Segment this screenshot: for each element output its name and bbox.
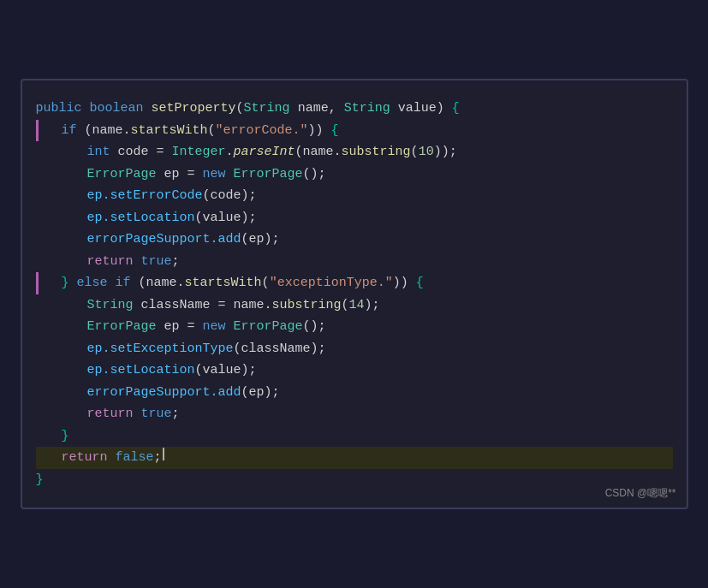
- code-line-4: ErrorPage ep = new ErrorPage ();: [36, 163, 673, 186]
- code-line-16: }: [36, 425, 673, 448]
- keyword-else: else: [77, 272, 108, 294]
- code-line-3: int code = Integer . parseInt (name. sub…: [36, 141, 673, 163]
- code-line-1: public boolean setProperty ( String name…: [36, 98, 673, 120]
- code-line-18: }: [36, 469, 673, 491]
- type-ErrorPage4: ErrorPage: [234, 316, 303, 338]
- text-cursor: [163, 448, 164, 460]
- type-ErrorPage3: ErrorPage: [87, 316, 157, 338]
- keyword-new1: new: [203, 163, 226, 186]
- type-ErrorPage2: ErrorPage: [234, 163, 303, 186]
- keyword-new2: new: [203, 316, 226, 338]
- open-brace-2: {: [331, 120, 339, 142]
- errorPageSupport-add2: errorPageSupport.add: [87, 382, 241, 404]
- method-startsWith: startsWith: [131, 120, 208, 142]
- code-line-10: String className = name. substring ( 14 …: [36, 294, 673, 317]
- type-String: String: [244, 98, 290, 120]
- keyword-true2: true: [141, 403, 172, 425]
- keyword-boolean: boolean: [90, 98, 144, 120]
- keyword-if: if: [62, 120, 77, 142]
- type-ErrorPage1: ErrorPage: [87, 163, 157, 186]
- code-line-12: ep.setExceptionType (className);: [36, 338, 673, 360]
- screenshot-container: public boolean setProperty ( String name…: [0, 0, 708, 588]
- code-line-13: ep.setLocation (value);: [36, 359, 673, 382]
- ep-setErrorCode: ep.setErrorCode: [87, 185, 203, 207]
- method-setProperty: setProperty: [152, 98, 236, 120]
- open-brace-3: {: [416, 272, 424, 294]
- method-parseInt: parseInt: [234, 141, 295, 163]
- keyword-public: public: [36, 98, 82, 120]
- open-brace-1: {: [452, 98, 460, 120]
- left-bar-marker: [36, 120, 39, 142]
- keyword-return3: return: [62, 447, 108, 469]
- code-line-15: return true ;: [36, 403, 673, 425]
- code-line-11: ErrorPage ep = new ErrorPage ();: [36, 316, 673, 338]
- keyword-true1: true: [141, 251, 172, 273]
- code-line-5: ep.setErrorCode (code);: [36, 185, 673, 207]
- errorPageSupport-add1: errorPageSupport.add: [87, 229, 241, 251]
- code-line-9: } else if (name. startsWith ( "exception…: [36, 272, 673, 294]
- ep-setExceptionType: ep.setExceptionType: [87, 338, 234, 360]
- number-14: 14: [349, 294, 365, 317]
- keyword-false: false: [116, 447, 154, 469]
- keyword-return2: return: [87, 403, 134, 425]
- code-line-6: ep.setLocation (value);: [36, 207, 673, 229]
- code-line-8: return true ;: [36, 251, 673, 273]
- code-block: public boolean setProperty ( String name…: [36, 98, 673, 490]
- code-line-7: errorPageSupport.add (ep);: [36, 229, 673, 251]
- keyword-if2: if: [116, 272, 131, 294]
- method-startsWith2: startsWith: [185, 272, 262, 294]
- number-10: 10: [419, 141, 434, 163]
- watermark: CSDN @嗯嗯**: [605, 486, 676, 501]
- left-bar-marker2: [36, 272, 39, 294]
- string-exceptionType: "exceptionType.": [270, 272, 393, 294]
- code-line-14: errorPageSupport.add (ep);: [36, 382, 673, 404]
- ep-setLocation1: ep.setLocation: [87, 207, 195, 229]
- code-line-2: if (name. startsWith ( "errorCode." )) {: [36, 120, 673, 142]
- type-Integer: Integer: [172, 141, 226, 163]
- code-window: public boolean setProperty ( String name…: [21, 79, 688, 509]
- type-String3: String: [87, 294, 134, 317]
- close-brace-2: }: [62, 425, 69, 448]
- method-substring2: substring: [272, 294, 342, 317]
- close-brace-1: }: [62, 272, 69, 294]
- keyword-return1: return: [87, 251, 134, 273]
- type-String2: String: [344, 98, 390, 120]
- keyword-int: int: [87, 141, 110, 163]
- string-errorCode: "errorCode.": [216, 120, 308, 142]
- code-line-17: return false ;: [36, 447, 673, 469]
- close-brace-3: }: [36, 469, 44, 491]
- method-substring1: substring: [342, 141, 411, 163]
- ep-setLocation2: ep.setLocation: [87, 359, 195, 382]
